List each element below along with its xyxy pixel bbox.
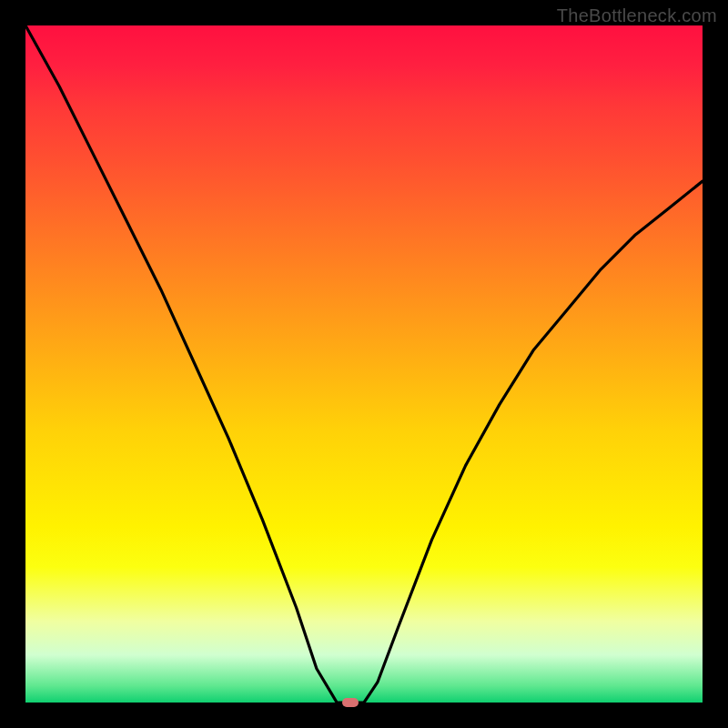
chart-frame: TheBottleneck.com (0, 0, 728, 728)
minimum-marker (342, 698, 359, 707)
bottleneck-curve (25, 25, 703, 703)
watermark-text: TheBottleneck.com (557, 5, 717, 26)
